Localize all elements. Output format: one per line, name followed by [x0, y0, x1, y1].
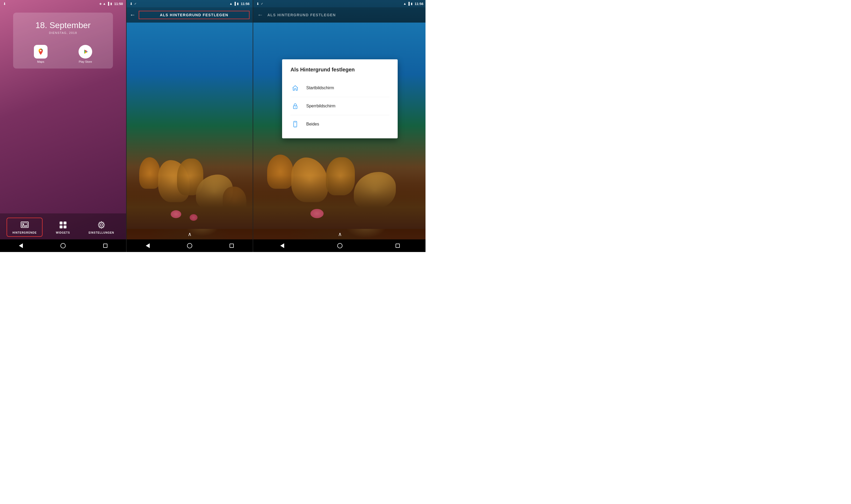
home-button-3[interactable] [336, 242, 343, 249]
maps-label: Maps [37, 60, 45, 63]
check-icon-2: ✓ [134, 2, 137, 5]
svg-rect-7 [60, 221, 63, 224]
status-bar-left-2: ⬇ ✓ [130, 2, 137, 6]
nav-bar-1 [0, 239, 126, 252]
hintergruende-label: HINTERGRÜNDE [12, 231, 37, 234]
status-bar-1: ⬇ ◈ ▲ ▐ ▮ 11:50 [0, 0, 126, 7]
widget-date: 18. September [18, 20, 108, 30]
date-widget: 18. September DIENSTAG, 2018 Maps [13, 13, 113, 69]
screen3-header: ← ALS HINTERGRUND FESTLEGEN [253, 7, 425, 22]
svg-rect-10 [64, 226, 67, 228]
dialog-item-home[interactable]: Startbildschirm [290, 79, 389, 97]
back-arrow-3[interactable]: ← [258, 12, 263, 18]
status-bar-left-1: ⬇ [3, 2, 6, 6]
wallpaper-bg-area-3: Als Hintergrund festlegen Startbildschir… [253, 22, 425, 229]
wifi-icon-3: ▲ [403, 2, 406, 5]
svg-point-11 [100, 224, 103, 226]
status-bar-right-1: ◈ ▲ ▐ ▮ 11:50 [99, 2, 123, 6]
set-wallpaper-button-2[interactable]: ALS HINTERGRUND FESTLEGEN [139, 11, 249, 19]
signal-icon-3: ▐ [407, 2, 410, 5]
wallpaper-image-area [127, 22, 253, 229]
lock-icon [290, 101, 300, 111]
svg-point-6 [22, 224, 24, 225]
app-maps[interactable]: Maps [34, 45, 48, 63]
chevron-icon-2: ∧ [188, 231, 192, 237]
screen-1-homescreen: ⬇ ◈ ▲ ▐ ▮ 11:50 18. September DIENSTAG, … [0, 0, 126, 252]
maps-icon [34, 45, 48, 58]
playstore-icon [78, 45, 92, 58]
wifi-icon-2: ▲ [229, 2, 232, 5]
back-button-1[interactable] [19, 243, 23, 248]
location-icon: ◈ [99, 2, 102, 5]
battery-icon-2: ▮ [237, 2, 239, 5]
app-playstore[interactable]: Play Store [78, 45, 92, 63]
recents-button-1[interactable] [103, 244, 107, 248]
recents-button-3[interactable] [394, 242, 401, 249]
chevron-icon-3: ∧ [338, 231, 342, 237]
menu-item-widgets[interactable]: WIDGETS [51, 218, 75, 236]
time-display-3: 11:56 [415, 2, 423, 6]
dialog-item-lock[interactable]: Sperrbildschirm [290, 97, 389, 115]
screen3-header-title: ALS HINTERGRUND FESTLEGEN [267, 13, 336, 17]
back-button-2[interactable] [144, 242, 151, 249]
lock-screen-label: Sperrbildschirm [306, 104, 335, 108]
widgets-icon [58, 220, 68, 230]
recents-button-2[interactable] [228, 242, 235, 249]
download-icon-3: ⬇ [256, 2, 259, 6]
home-icon [290, 83, 300, 93]
battery-icon-3: ▮ [411, 2, 413, 5]
screen-2-wallpaper-preview: ⬇ ✓ ▲ ▐ ▮ 11:56 ← ALS HINTERGRUND FESTLE… [127, 0, 253, 252]
home-button-2[interactable] [186, 242, 193, 249]
menu-item-einstellungen[interactable]: EINSTELLUNGEN [83, 218, 119, 236]
svg-point-15 [295, 126, 296, 127]
home-content-area: 18. September DIENSTAG, 2018 Maps [0, 7, 126, 213]
scroll-up-chevron-3[interactable]: ∧ [253, 229, 425, 239]
nav-bar-2 [127, 239, 253, 252]
status-bar-3: ⬇ ✓ ▲ ▐ ▮ 11:56 [253, 0, 425, 7]
signal-icon: ▐ [107, 2, 109, 5]
svg-point-13 [295, 107, 296, 108]
back-arrow-2[interactable]: ← [130, 12, 136, 18]
scroll-up-chevron-2[interactable]: ∧ [127, 229, 253, 239]
status-bar-right-3: ▲ ▐ ▮ 11:56 [403, 2, 423, 6]
svg-rect-8 [64, 221, 67, 224]
phone-icon [290, 120, 300, 129]
both-label: Beides [306, 122, 319, 127]
playstore-label: Play Store [79, 60, 92, 63]
menu-item-hintergruende[interactable]: HINTERGRÜNDE [6, 218, 42, 237]
nav-bar-3 [253, 239, 425, 252]
home-button-1[interactable] [60, 243, 66, 248]
app-icons-row: Maps Play Store [18, 45, 108, 63]
dialog-item-both[interactable]: Beides [290, 115, 389, 133]
battery-icon: ▮ [110, 2, 112, 5]
svg-rect-9 [60, 226, 63, 228]
status-bar-left-3: ⬇ ✓ [256, 2, 263, 6]
time-display-1: 11:50 [114, 2, 123, 6]
set-wallpaper-dialog: Als Hintergrund festlegen Startbildschir… [282, 59, 398, 138]
wifi-icon: ▲ [103, 2, 106, 5]
status-bar-2: ⬇ ✓ ▲ ▐ ▮ 11:56 [127, 0, 253, 7]
set-wallpaper-title-2: ALS HINTERGRUND FESTLEGEN [160, 13, 229, 17]
check-icon-3: ✓ [261, 2, 263, 5]
einstellungen-label: EINSTELLUNGEN [89, 231, 114, 234]
back-button-3[interactable] [279, 242, 286, 249]
settings-icon [97, 220, 106, 230]
status-bar-right-2: ▲ ▐ ▮ 11:56 [229, 2, 249, 6]
dialog-overlay: Als Hintergrund festlegen Startbildschir… [253, 22, 425, 229]
widget-day: DIENSTAG, 2018 [18, 31, 108, 34]
signal-icon-2: ▐ [233, 2, 236, 5]
time-display-2: 11:56 [241, 2, 249, 6]
screen-3-set-wallpaper-dialog: ⬇ ✓ ▲ ▐ ▮ 11:56 ← ALS HINTERGRUND FESTLE… [253, 0, 425, 252]
screen2-header: ← ALS HINTERGRUND FESTLEGEN [127, 7, 253, 22]
download-icon-2: ⬇ [130, 2, 132, 6]
wallpaper-icon [20, 220, 30, 230]
home-screen-label: Startbildschirm [306, 86, 334, 90]
dialog-title: Als Hintergrund festlegen [290, 67, 389, 73]
download-icon: ⬇ [3, 2, 6, 6]
bottom-menu: HINTERGRÜNDE WIDGETS EINSTEL [0, 213, 126, 239]
widgets-label: WIDGETS [56, 231, 70, 234]
svg-point-1 [40, 50, 41, 51]
